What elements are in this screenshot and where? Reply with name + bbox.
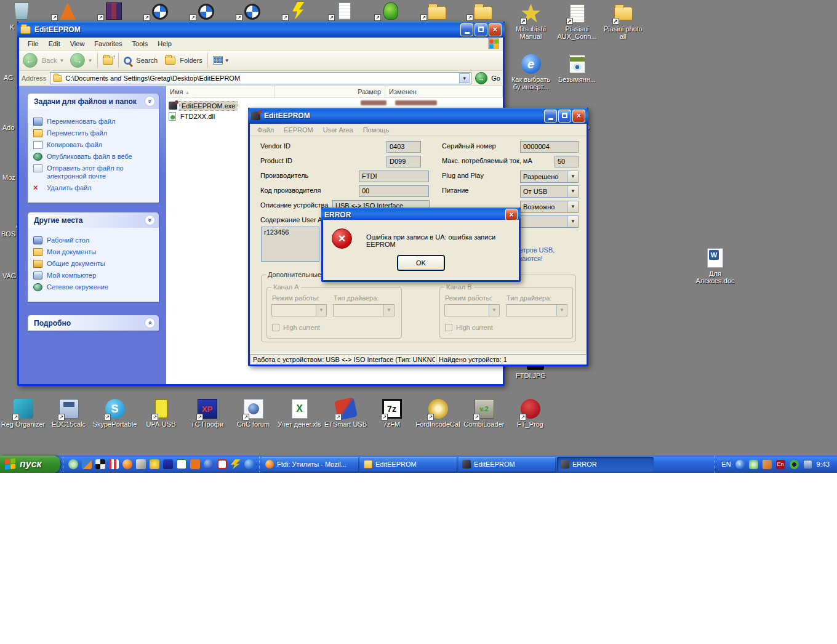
menu-file[interactable]: File bbox=[23, 39, 44, 49]
media-player-icon[interactable] bbox=[204, 459, 214, 469]
views-button[interactable]: ▼ bbox=[213, 56, 230, 65]
orange-app-icon[interactable] bbox=[190, 459, 200, 469]
minimize-button[interactable] bbox=[460, 23, 473, 36]
taskbar-button-editeeprom[interactable]: EditEEPROM bbox=[459, 457, 555, 472]
forward-dropdown-icon[interactable]: ▼ bbox=[87, 58, 92, 63]
desktop-icon-upa-usb[interactable]: ↗UPA-USB bbox=[138, 399, 184, 428]
hex-editor-icon[interactable] bbox=[177, 459, 186, 469]
file-tasks-header[interactable]: Задачи для файлов и папок » bbox=[28, 94, 159, 109]
network-icon[interactable] bbox=[803, 460, 812, 469]
desktop-icon-combiloader[interactable]: v.2↗CombiLoader bbox=[461, 399, 507, 428]
task-email-file[interactable]: Отправить этот файл по электронной почте bbox=[33, 164, 154, 180]
utorrent-icon[interactable] bbox=[68, 459, 78, 469]
vendor-id-field[interactable]: 0403 bbox=[386, 141, 421, 153]
desktop-icon-cnc-forum[interactable]: ↗CnC forum bbox=[230, 399, 276, 428]
messenger-icon[interactable] bbox=[82, 459, 92, 469]
up-button[interactable]: ↑ bbox=[103, 57, 113, 65]
folders-button[interactable]: Folders bbox=[165, 57, 202, 65]
manufacturer-field[interactable]: FTDI bbox=[359, 171, 429, 182]
firefox-icon[interactable] bbox=[122, 459, 132, 469]
manufacturer-id-field[interactable]: 00 bbox=[359, 185, 429, 197]
flash-icon[interactable] bbox=[231, 459, 241, 469]
language-indicator[interactable]: EN bbox=[721, 461, 731, 468]
opera-icon[interactable] bbox=[217, 459, 227, 469]
desktop-icon-7zfm[interactable]: 7z↗7zFM bbox=[369, 399, 415, 428]
task-rename-file[interactable]: Переименовать файл bbox=[33, 118, 154, 126]
xp-disk-icon[interactable] bbox=[163, 459, 173, 469]
search-button[interactable]: Search bbox=[124, 57, 158, 65]
channel-a-driver-combo[interactable]: ▼ bbox=[333, 304, 394, 316]
dropdown-arrow-icon[interactable]: ▼ bbox=[567, 171, 578, 182]
explorer-titlebar[interactable]: EditEEPROM × bbox=[17, 22, 505, 38]
desktop-icon-edc15calc[interactable]: ↗EDC15calc bbox=[46, 399, 92, 428]
grid-icon[interactable] bbox=[109, 459, 119, 469]
max-current-field[interactable]: 50 bbox=[555, 156, 579, 167]
minimize-button[interactable] bbox=[544, 110, 557, 123]
place-my-documents[interactable]: Мои документы bbox=[33, 248, 154, 256]
column-header-modified[interactable]: Изменен bbox=[385, 86, 503, 97]
place-shared-documents[interactable]: Общие документы bbox=[33, 260, 154, 268]
serial-number-field[interactable]: 0000004 bbox=[520, 141, 579, 153]
bmw-icon[interactable]: ↗ bbox=[145, 0, 175, 20]
menu-tools[interactable]: Tools bbox=[127, 39, 153, 49]
desktop-icon-fordincodecal[interactable]: ↗FordIncodeCal bbox=[415, 399, 461, 428]
menu-eeprom[interactable]: EEPROM bbox=[279, 125, 318, 135]
menu-view[interactable]: View bbox=[65, 39, 90, 49]
back-dropdown-icon[interactable]: ▼ bbox=[59, 58, 64, 63]
dropdown-arrow-icon[interactable]: ▼ bbox=[567, 186, 578, 197]
start-button[interactable]: пуск bbox=[0, 456, 60, 473]
power-combo[interactable]: От USB▼ bbox=[520, 185, 579, 198]
channel-a-high-current-checkbox[interactable]: High current bbox=[272, 324, 320, 331]
internet-explorer-icon[interactable] bbox=[244, 459, 254, 469]
keys-icon[interactable] bbox=[150, 459, 159, 469]
desktop-icon-ft-prog[interactable]: ↗FT_Prog bbox=[507, 399, 553, 428]
taskbar-button-explorer[interactable]: EditEEPROM bbox=[360, 457, 457, 472]
menu-edit[interactable]: Edit bbox=[44, 39, 65, 49]
column-header-name[interactable]: Имя ▲ bbox=[166, 86, 275, 97]
back-button[interactable]: ← bbox=[23, 53, 38, 68]
desktop-icon-skype[interactable]: S↗SkypePortable bbox=[92, 399, 138, 428]
channel-a-mode-combo[interactable]: ▼ bbox=[271, 304, 327, 316]
folder-icon[interactable]: ↗ bbox=[468, 0, 499, 20]
channel-b-high-current-checkbox[interactable]: High current bbox=[445, 324, 493, 331]
channel-b-mode-combo[interactable]: ▼ bbox=[444, 304, 500, 316]
forward-button[interactable]: → bbox=[70, 53, 85, 68]
desktop-icon-tc-profi[interactable]: XP↗ТС Профи bbox=[184, 399, 230, 428]
product-id-field[interactable]: D099 bbox=[386, 156, 421, 167]
language-badge[interactable]: En bbox=[776, 460, 785, 469]
collapse-chevron-icon[interactable]: » bbox=[145, 215, 155, 225]
details-header[interactable]: Подробно » bbox=[28, 315, 159, 331]
desktop-icon-doc[interactable]: W Для Алексея.doc bbox=[691, 248, 739, 284]
close-button[interactable]: × bbox=[572, 110, 585, 123]
desktop-icon-bezymyann[interactable]: Безымянн... bbox=[554, 54, 600, 83]
place-desktop[interactable]: Рабочий стол bbox=[33, 236, 154, 244]
channel-b-driver-combo[interactable]: ▼ bbox=[506, 304, 567, 316]
dropdown-arrow-icon[interactable]: ▼ bbox=[567, 216, 578, 227]
clock[interactable]: 9:43 bbox=[817, 461, 830, 468]
user-area-content-field[interactable]: r123456 bbox=[261, 227, 319, 262]
taskbar-button-firefox[interactable]: Ftdi: Утилиты - Mozil... bbox=[262, 457, 358, 472]
mascot-icon[interactable]: ↗ bbox=[375, 0, 406, 20]
menu-file[interactable]: Файл bbox=[252, 125, 279, 135]
plug-and-play-combo[interactable]: Разрешено▼ bbox=[520, 171, 579, 183]
desktop-icon-ie-doc[interactable]: e Как выбрать бу инверт... bbox=[508, 54, 554, 91]
menu-user-area[interactable]: User Area bbox=[318, 125, 358, 135]
maximize-button[interactable] bbox=[558, 110, 571, 123]
winrar-icon[interactable]: ↗ bbox=[98, 0, 129, 20]
desktop-icon-mitsubishi-manual[interactable]: ↗ Mitsubishi Manual bbox=[508, 4, 554, 40]
address-dropdown-icon[interactable]: ▼ bbox=[459, 73, 470, 83]
notepad-icon[interactable]: ↗ bbox=[329, 0, 360, 20]
task-publish-file[interactable]: Опубликовать файл в вебе bbox=[33, 153, 154, 161]
go-label[interactable]: Go bbox=[491, 74, 500, 82]
desktop-icon-excel-file[interactable]: XУчет денег.xls bbox=[276, 399, 322, 428]
close-button[interactable]: × bbox=[489, 23, 502, 36]
traffic-cone-icon[interactable]: ↗ bbox=[52, 0, 83, 20]
recycle-bin-icon[interactable] bbox=[6, 0, 37, 20]
dropdown-arrow-icon[interactable]: ▼ bbox=[567, 201, 578, 212]
remote-wakeup-combo[interactable]: Возможно▼ bbox=[520, 201, 579, 213]
agent-icon[interactable] bbox=[763, 460, 772, 469]
bmw-icon[interactable]: ↗ bbox=[237, 0, 268, 20]
taskbar-button-error[interactable]: ERROR bbox=[557, 457, 654, 472]
task-copy-file[interactable]: Копировать файл bbox=[33, 141, 154, 149]
folder-icon[interactable]: ↗ bbox=[422, 0, 452, 20]
